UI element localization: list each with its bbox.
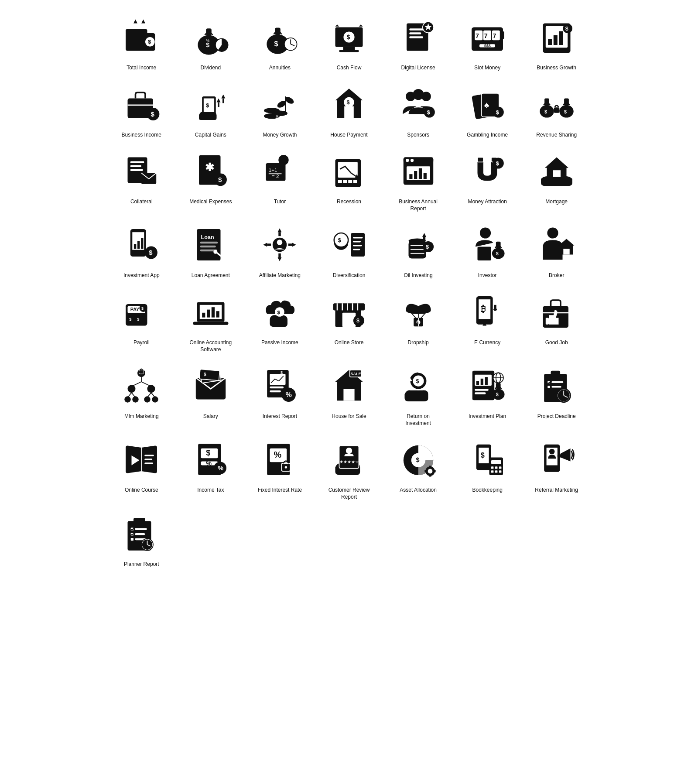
svg-rect-302 <box>434 470 436 472</box>
svg-rect-309 <box>495 467 497 469</box>
svg-text:SALE: SALE <box>351 372 361 376</box>
svg-rect-85 <box>554 107 559 113</box>
svg-rect-172 <box>563 249 569 255</box>
good-job-icon <box>533 288 581 336</box>
svg-rect-231 <box>139 370 144 374</box>
svg-rect-268 <box>547 386 550 388</box>
svg-text:7: 7 <box>476 32 479 39</box>
business-growth-icon: $ <box>533 13 581 61</box>
icon-item-referral-marketing: Referral Marketing <box>524 435 589 500</box>
svg-text:Loan: Loan <box>201 234 214 240</box>
gambling-income-label: Gambling Income <box>467 132 508 139</box>
dropship-icon: $ <box>394 288 442 336</box>
fixed-interest-rate-label: Fixed Interest Rate <box>258 487 302 494</box>
svg-rect-239 <box>270 390 281 393</box>
svg-text:$: $ <box>416 457 419 464</box>
svg-text:$: $ <box>277 309 281 315</box>
icon-item-broker: Broker <box>524 221 589 279</box>
svg-rect-213 <box>494 305 496 311</box>
svg-rect-300 <box>429 475 431 477</box>
e-currency-icon: ₿ <box>463 288 511 336</box>
icon-item-medical-expenses: ✱ $ Medical Expenses <box>178 147 243 212</box>
svg-rect-265 <box>551 371 560 377</box>
cash-flow-icon: $ <box>325 13 373 61</box>
icon-item-house-payment: $ House Payment <box>317 80 382 139</box>
svg-rect-188 <box>193 322 228 325</box>
svg-rect-128 <box>141 238 143 249</box>
svg-rect-237 <box>270 374 286 385</box>
svg-point-71 <box>413 89 424 99</box>
project-deadline-icon <box>533 362 581 410</box>
return-on-investment-label: Return on Investment <box>394 413 442 427</box>
asset-allocation-icon: $ <box>394 435 442 483</box>
svg-marker-141 <box>278 257 282 261</box>
svg-rect-133 <box>200 242 218 244</box>
icon-item-business-income: $ Business Income <box>109 80 174 139</box>
svg-rect-166 <box>478 247 492 261</box>
svg-marker-4 <box>133 20 137 24</box>
svg-point-228 <box>133 396 139 402</box>
svg-rect-44 <box>559 31 563 45</box>
icon-item-mlm-marketing: Mlm Marketing <box>109 362 174 427</box>
salary-icon: $ <box>187 362 235 410</box>
dividend-icon: $ % <box>187 13 235 61</box>
icon-item-dropship: $ Dropship <box>386 288 451 353</box>
svg-point-221 <box>128 385 136 393</box>
oil-investing-label: Oil Investing <box>404 272 433 279</box>
digital-license-label: Digital License <box>401 65 435 72</box>
broker-icon <box>533 221 581 269</box>
revenue-sharing-icon: $ $ <box>533 80 581 128</box>
investment-plan-icon: $ <box>463 362 511 410</box>
online-accounting-software-icon <box>187 288 235 336</box>
svg-text:$: $ <box>564 109 567 114</box>
revenue-sharing-label: Revenue Sharing <box>536 132 577 139</box>
project-deadline-label: Project Deadline <box>537 413 576 420</box>
svg-text:$: $ <box>481 451 485 459</box>
svg-rect-126 <box>134 244 136 249</box>
icon-item-annuities: $ Annuities <box>247 13 312 72</box>
money-growth-icon: $ <box>256 80 304 128</box>
svg-point-229 <box>144 396 151 402</box>
svg-rect-83 <box>564 98 569 105</box>
icon-item-business-growth: $ Business Growth <box>524 13 589 72</box>
svg-rect-324 <box>135 533 145 535</box>
svg-rect-123 <box>553 170 561 177</box>
online-course-label: Online Course <box>125 487 158 494</box>
icon-item-payroll: PAY $ $ $ Payroll <box>109 288 174 353</box>
icon-item-sponsors: $ Sponsors <box>386 80 451 139</box>
income-tax-label: Income Tax <box>197 487 224 494</box>
referral-marketing-icon <box>533 435 581 483</box>
svg-text:$$$: $$$ <box>484 44 491 48</box>
svg-text:$: $ <box>149 249 153 256</box>
svg-point-165 <box>480 228 491 239</box>
icon-item-money-attraction: $ Money Attraction <box>455 147 520 212</box>
passive-income-label: Passive Income <box>261 339 298 346</box>
e-currency-label: E Currency <box>474 339 500 346</box>
svg-text:$: $ <box>206 103 209 109</box>
svg-rect-155 <box>353 249 360 250</box>
svg-rect-168 <box>496 242 501 248</box>
svg-point-112 <box>411 159 414 162</box>
svg-rect-187 <box>216 311 219 317</box>
asset-allocation-label: Asset Allocation <box>400 487 437 494</box>
svg-text:%: % <box>206 460 212 467</box>
icon-item-investment-plan: $ Investment Plan <box>455 362 520 427</box>
icon-item-digital-license: Digital License <box>386 13 451 72</box>
svg-point-298 <box>428 469 432 474</box>
icon-item-return-on-investment: $ Return on Investment <box>386 362 451 427</box>
svg-rect-307 <box>491 460 501 464</box>
svg-rect-115 <box>414 171 417 179</box>
svg-rect-311 <box>491 471 493 473</box>
svg-rect-26 <box>409 32 421 34</box>
diversification-icon: $ <box>325 221 373 269</box>
collateral-label: Collateral <box>130 199 153 205</box>
svg-rect-118 <box>478 157 484 162</box>
interest-report-label: Interest Report <box>263 413 297 420</box>
svg-rect-254 <box>481 379 483 385</box>
salary-label: Salary <box>203 413 218 420</box>
icon-item-capital-gains: $ Capital Gains <box>178 80 243 139</box>
svg-rect-238 <box>270 387 284 389</box>
svg-rect-108 <box>353 180 357 183</box>
svg-point-149 <box>334 233 348 247</box>
svg-rect-299 <box>429 466 431 468</box>
